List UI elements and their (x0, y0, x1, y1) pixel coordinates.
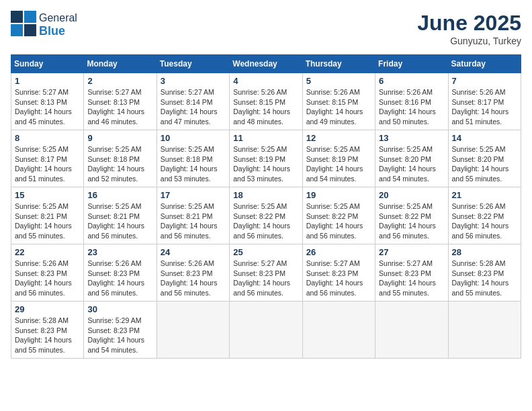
day-number-1: 1 (15, 76, 80, 86)
calendar-day-8: 8Sunrise: 5:25 AMSunset: 8:17 PMDaylight… (11, 130, 84, 187)
calendar-day-30: 30Sunrise: 5:29 AMSunset: 8:23 PMDayligh… (84, 302, 157, 359)
day-info-1: Sunrise: 5:27 AMSunset: 8:13 PMDaylight:… (15, 87, 80, 127)
day-info-15: Sunrise: 5:25 AMSunset: 8:21 PMDaylight:… (15, 201, 80, 241)
day-info-16: Sunrise: 5:25 AMSunset: 8:21 PMDaylight:… (87, 201, 152, 241)
day-number-20: 20 (379, 190, 444, 200)
calendar-week-2: 8Sunrise: 5:25 AMSunset: 8:17 PMDaylight… (11, 130, 521, 187)
calendar-day-3: 3Sunrise: 5:27 AMSunset: 8:14 PMDaylight… (157, 73, 229, 130)
day-number-9: 9 (87, 133, 152, 143)
day-number-18: 18 (233, 190, 298, 200)
day-number-2: 2 (87, 76, 152, 86)
calendar-empty-cell (157, 302, 229, 359)
day-info-27: Sunrise: 5:27 AMSunset: 8:23 PMDaylight:… (379, 259, 444, 298)
calendar-day-16: 16Sunrise: 5:25 AMSunset: 8:21 PMDayligh… (84, 187, 157, 244)
day-info-28: Sunrise: 5:28 AMSunset: 8:23 PMDaylight:… (452, 259, 517, 298)
day-number-27: 27 (379, 247, 444, 257)
calendar-day-28: 28Sunrise: 5:28 AMSunset: 8:23 PMDayligh… (448, 244, 521, 302)
day-number-29: 29 (15, 304, 80, 314)
day-info-12: Sunrise: 5:25 AMSunset: 8:19 PMDaylight:… (306, 144, 371, 184)
logo: General Blue (11, 11, 77, 39)
day-info-10: Sunrise: 5:25 AMSunset: 8:18 PMDaylight:… (161, 144, 226, 184)
day-info-8: Sunrise: 5:25 AMSunset: 8:17 PMDaylight:… (15, 144, 80, 184)
calendar-day-14: 14Sunrise: 5:25 AMSunset: 8:20 PMDayligh… (448, 130, 521, 187)
day-number-5: 5 (306, 76, 371, 86)
calendar-day-2: 2Sunrise: 5:27 AMSunset: 8:13 PMDaylight… (84, 73, 157, 130)
day-info-19: Sunrise: 5:25 AMSunset: 8:22 PMDaylight:… (306, 201, 371, 241)
day-number-26: 26 (306, 247, 371, 257)
month-title: June 2025 (417, 11, 521, 36)
header-wednesday: Wednesday (230, 55, 302, 73)
day-info-5: Sunrise: 5:26 AMSunset: 8:15 PMDaylight:… (306, 87, 371, 127)
day-info-29: Sunrise: 5:28 AMSunset: 8:23 PMDaylight:… (15, 316, 80, 355)
day-number-19: 19 (306, 190, 371, 200)
calendar-day-12: 12Sunrise: 5:25 AMSunset: 8:19 PMDayligh… (302, 130, 375, 187)
day-number-7: 7 (452, 76, 517, 86)
calendar-week-5: 29Sunrise: 5:28 AMSunset: 8:23 PMDayligh… (11, 302, 521, 359)
calendar-day-4: 4Sunrise: 5:26 AMSunset: 8:15 PMDaylight… (230, 73, 302, 130)
day-info-9: Sunrise: 5:25 AMSunset: 8:18 PMDaylight:… (87, 144, 152, 184)
day-number-6: 6 (379, 76, 444, 86)
calendar-table: Sunday Monday Tuesday Wednesday Thursday… (11, 54, 521, 359)
day-info-30: Sunrise: 5:29 AMSunset: 8:23 PMDaylight:… (87, 316, 152, 355)
day-info-14: Sunrise: 5:25 AMSunset: 8:20 PMDaylight:… (452, 144, 517, 184)
calendar-day-15: 15Sunrise: 5:25 AMSunset: 8:21 PMDayligh… (11, 187, 84, 244)
calendar-empty-cell (230, 302, 302, 359)
day-number-30: 30 (87, 304, 152, 314)
logo-blue-text: Blue (39, 24, 65, 38)
day-number-28: 28 (452, 247, 517, 257)
day-number-8: 8 (15, 133, 80, 143)
day-number-16: 16 (87, 190, 152, 200)
page-header: General Blue June 2025 Gunyuzu, Turkey (11, 11, 521, 46)
day-info-26: Sunrise: 5:27 AMSunset: 8:23 PMDaylight:… (306, 259, 371, 298)
calendar-day-1: 1Sunrise: 5:27 AMSunset: 8:13 PMDaylight… (11, 73, 84, 130)
calendar-day-26: 26Sunrise: 5:27 AMSunset: 8:23 PMDayligh… (302, 244, 375, 302)
day-info-18: Sunrise: 5:25 AMSunset: 8:22 PMDaylight:… (233, 201, 298, 241)
day-number-24: 24 (161, 247, 226, 257)
logo-icon (11, 11, 36, 36)
day-number-22: 22 (15, 247, 80, 257)
day-number-23: 23 (87, 247, 152, 257)
day-number-25: 25 (233, 247, 298, 257)
calendar-week-4: 22Sunrise: 5:26 AMSunset: 8:23 PMDayligh… (11, 244, 521, 302)
day-info-3: Sunrise: 5:27 AMSunset: 8:14 PMDaylight:… (161, 87, 226, 127)
day-info-2: Sunrise: 5:27 AMSunset: 8:13 PMDaylight:… (87, 87, 152, 127)
day-number-14: 14 (452, 133, 517, 143)
day-number-13: 13 (379, 133, 444, 143)
calendar-day-5: 5Sunrise: 5:26 AMSunset: 8:15 PMDaylight… (302, 73, 375, 130)
day-info-4: Sunrise: 5:26 AMSunset: 8:15 PMDaylight:… (233, 87, 298, 127)
day-info-22: Sunrise: 5:26 AMSunset: 8:23 PMDaylight:… (15, 259, 80, 298)
location-subtitle: Gunyuzu, Turkey (417, 36, 521, 46)
calendar-day-19: 19Sunrise: 5:25 AMSunset: 8:22 PMDayligh… (302, 187, 375, 244)
day-info-24: Sunrise: 5:26 AMSunset: 8:23 PMDaylight:… (161, 259, 226, 298)
calendar-day-22: 22Sunrise: 5:26 AMSunset: 8:23 PMDayligh… (11, 244, 84, 302)
weekday-header-row: Sunday Monday Tuesday Wednesday Thursday… (11, 55, 521, 73)
calendar-day-29: 29Sunrise: 5:28 AMSunset: 8:23 PMDayligh… (11, 302, 84, 359)
header-tuesday: Tuesday (157, 55, 229, 73)
calendar-day-18: 18Sunrise: 5:25 AMSunset: 8:22 PMDayligh… (230, 187, 302, 244)
day-number-4: 4 (233, 76, 298, 86)
day-info-13: Sunrise: 5:25 AMSunset: 8:20 PMDaylight:… (379, 144, 444, 184)
day-number-12: 12 (306, 133, 371, 143)
calendar-day-7: 7Sunrise: 5:26 AMSunset: 8:17 PMDaylight… (448, 73, 521, 130)
calendar-day-24: 24Sunrise: 5:26 AMSunset: 8:23 PMDayligh… (157, 244, 229, 302)
day-info-11: Sunrise: 5:25 AMSunset: 8:19 PMDaylight:… (233, 144, 298, 184)
day-info-23: Sunrise: 5:26 AMSunset: 8:23 PMDaylight:… (87, 259, 152, 298)
calendar-day-23: 23Sunrise: 5:26 AMSunset: 8:23 PMDayligh… (84, 244, 157, 302)
header-friday: Friday (375, 55, 448, 73)
calendar-day-17: 17Sunrise: 5:25 AMSunset: 8:21 PMDayligh… (157, 187, 229, 244)
calendar-day-20: 20Sunrise: 5:25 AMSunset: 8:22 PMDayligh… (375, 187, 448, 244)
header-monday: Monday (84, 55, 157, 73)
calendar-empty-cell (375, 302, 448, 359)
day-info-21: Sunrise: 5:26 AMSunset: 8:22 PMDaylight:… (452, 201, 517, 241)
calendar-day-25: 25Sunrise: 5:27 AMSunset: 8:23 PMDayligh… (230, 244, 302, 302)
day-number-15: 15 (15, 190, 80, 200)
calendar-day-27: 27Sunrise: 5:27 AMSunset: 8:23 PMDayligh… (375, 244, 448, 302)
day-info-6: Sunrise: 5:26 AMSunset: 8:16 PMDaylight:… (379, 87, 444, 127)
day-number-3: 3 (161, 76, 226, 86)
day-number-11: 11 (233, 133, 298, 143)
calendar-empty-cell (448, 302, 521, 359)
day-number-17: 17 (161, 190, 226, 200)
svg-rect-3 (24, 24, 36, 36)
header-thursday: Thursday (302, 55, 375, 73)
day-info-25: Sunrise: 5:27 AMSunset: 8:23 PMDaylight:… (233, 259, 298, 298)
